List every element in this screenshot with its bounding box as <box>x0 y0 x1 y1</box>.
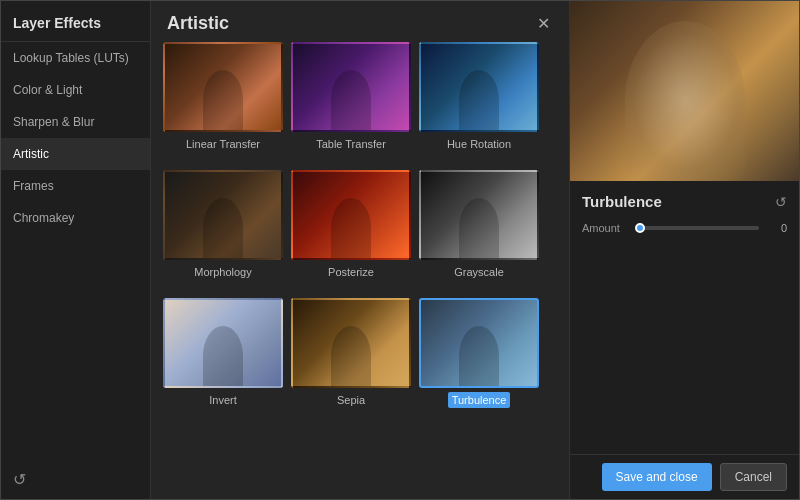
effects-grid: Linear TransferTable TransferHue Rotatio… <box>163 42 539 491</box>
effect-thumb-table-transfer <box>291 42 411 132</box>
effect-item-morphology[interactable]: Morphology <box>163 170 283 290</box>
effect-label-sepia: Sepia <box>333 392 369 408</box>
effect-thumb-invert <box>163 298 283 388</box>
close-button[interactable]: ✕ <box>533 14 553 34</box>
effect-label-invert: Invert <box>205 392 241 408</box>
slider-thumb-amount[interactable] <box>635 223 645 233</box>
effect-label-linear-transfer: Linear Transfer <box>182 136 264 152</box>
cancel-button[interactable]: Cancel <box>720 463 787 491</box>
save-and-close-button[interactable]: Save and close <box>602 463 712 491</box>
thumb-figure-linear-transfer <box>165 44 281 130</box>
main-title: Artistic <box>167 13 229 34</box>
preview-figure <box>625 21 745 181</box>
effect-item-hue-rotation[interactable]: Hue Rotation <box>419 42 539 162</box>
sidebar-item-sharpen-blur[interactable]: Sharpen & Blur <box>1 106 150 138</box>
effect-item-invert[interactable]: Invert <box>163 298 283 418</box>
thumb-figure-hue-rotation <box>421 44 537 130</box>
slider-track-amount <box>640 226 759 230</box>
sidebar-item-frames[interactable]: Frames <box>1 170 150 202</box>
effect-thumb-morphology <box>163 170 283 260</box>
thumb-figure-grayscale <box>421 172 537 258</box>
sidebar-item-lookup-tables[interactable]: Lookup Tables (LUTs) <box>1 42 150 74</box>
thumb-figure-posterize <box>293 172 409 258</box>
thumb-figure-turbulence <box>421 300 537 386</box>
params-container: Amount0 <box>582 222 787 234</box>
bottom-actions: Save and close Cancel <box>570 454 799 499</box>
effect-thumb-grayscale <box>419 170 539 260</box>
effect-item-grayscale[interactable]: Grayscale <box>419 170 539 290</box>
effect-thumb-turbulence <box>419 298 539 388</box>
sidebar-bottom: ↺ <box>1 460 150 499</box>
effect-label-grayscale: Grayscale <box>450 264 508 280</box>
sidebar-item-color-light[interactable]: Color & Light <box>1 74 150 106</box>
sidebar-item-artistic[interactable]: Artistic <box>1 138 150 170</box>
sidebar-item-chromakey[interactable]: Chromakey <box>1 202 150 234</box>
effect-item-sepia[interactable]: Sepia <box>291 298 411 418</box>
effects-area: Linear TransferTable TransferHue Rotatio… <box>151 42 569 499</box>
param-row-amount: Amount0 <box>582 222 787 234</box>
sidebar-title: Layer Effects <box>1 1 150 42</box>
param-label-amount: Amount <box>582 222 632 234</box>
effect-item-linear-transfer[interactable]: Linear Transfer <box>163 42 283 162</box>
effect-name-row: Turbulence ↺ <box>582 193 787 210</box>
thumb-figure-invert <box>165 300 281 386</box>
thumb-figure-table-transfer <box>293 44 409 130</box>
effect-label-turbulence: Turbulence <box>448 392 511 408</box>
effect-settings: Turbulence ↺ Amount0 <box>570 181 799 454</box>
slider-amount[interactable] <box>640 226 759 230</box>
effect-thumb-hue-rotation <box>419 42 539 132</box>
effect-name: Turbulence <box>582 193 662 210</box>
app-container: Layer Effects Lookup Tables (LUTs)Color … <box>0 0 800 500</box>
effect-thumb-sepia <box>291 298 411 388</box>
reset-icon[interactable]: ↺ <box>775 194 787 210</box>
param-value-amount: 0 <box>767 222 787 234</box>
effect-label-morphology: Morphology <box>190 264 255 280</box>
effect-label-hue-rotation: Hue Rotation <box>443 136 515 152</box>
effect-label-table-transfer: Table Transfer <box>312 136 390 152</box>
thumb-figure-sepia <box>293 300 409 386</box>
effect-label-posterize: Posterize <box>324 264 378 280</box>
preview-area <box>570 1 799 181</box>
effect-thumb-posterize <box>291 170 411 260</box>
sidebar: Layer Effects Lookup Tables (LUTs)Color … <box>1 1 151 499</box>
refresh-icon[interactable]: ↺ <box>13 470 26 489</box>
main-header: Artistic ✕ <box>151 1 569 42</box>
sidebar-items: Lookup Tables (LUTs)Color & LightSharpen… <box>1 42 150 234</box>
right-panel: Turbulence ↺ Amount0 Save and close Canc… <box>569 1 799 499</box>
effect-item-turbulence[interactable]: Turbulence <box>419 298 539 418</box>
thumb-figure-morphology <box>165 172 281 258</box>
effect-item-table-transfer[interactable]: Table Transfer <box>291 42 411 162</box>
effect-item-posterize[interactable]: Posterize <box>291 170 411 290</box>
effect-thumb-linear-transfer <box>163 42 283 132</box>
main-content: Artistic ✕ Linear TransferTable Transfer… <box>151 1 569 499</box>
